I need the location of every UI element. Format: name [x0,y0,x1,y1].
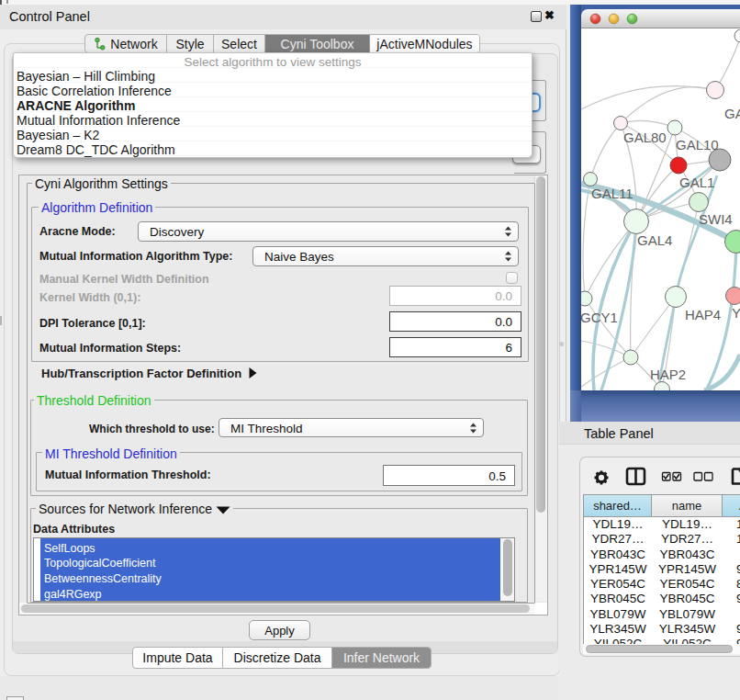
svg-text:GAL80: GAL80 [623,130,667,145]
svg-text:GCY1: GCY1 [581,310,618,325]
svg-text:GAL11: GAL11 [591,186,633,201]
svg-text:HAP2: HAP2 [650,367,686,382]
svg-text:HAP4: HAP4 [685,307,721,322]
svg-text:Y: Y [732,305,740,321]
svg-text:GAL4: GAL4 [637,232,672,248]
svg-text:GAL10: GAL10 [676,137,719,152]
svg-text:SWI4: SWI4 [699,211,733,227]
svg-text:GAL1: GAL1 [679,175,714,190]
svg-text:GAL: GAL [724,106,740,121]
